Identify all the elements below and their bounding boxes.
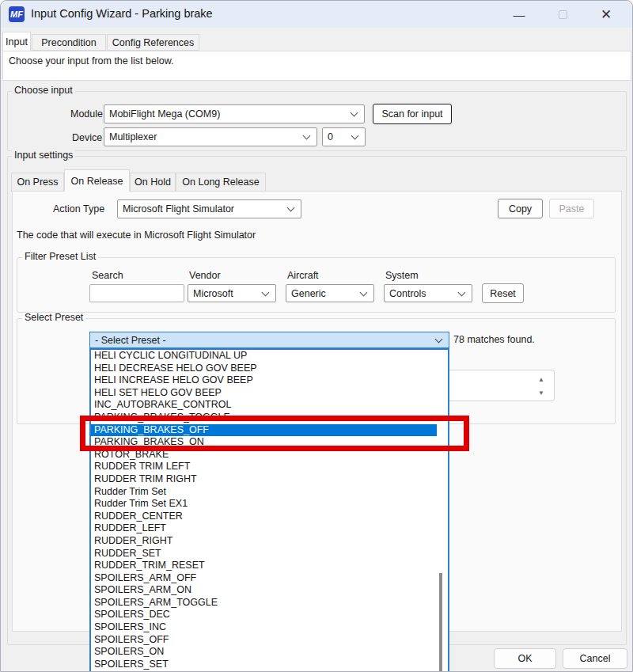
preset-item[interactable]: SPOILERS_ARM_OFF	[91, 572, 437, 585]
preset-item[interactable]: SPOILERS_ON	[91, 646, 437, 659]
preset-item[interactable]: Rudder Trim Set EX1	[91, 498, 437, 511]
spinner-up-icon[interactable]: ▲	[535, 373, 548, 385]
tab-on-hold[interactable]: On Hold	[130, 173, 176, 192]
preset-item[interactable]: HELI SET HELO GOV BEEP	[91, 387, 437, 400]
preset-item[interactable]: HELI DECREASE HELO GOV BEEP	[91, 363, 437, 375]
spinner-down-icon[interactable]: ▼	[535, 386, 548, 399]
device-combobox[interactable]: Multiplexer	[104, 127, 317, 146]
search-input[interactable]	[89, 284, 184, 302]
preset-item[interactable]: SPOILERS_SET	[91, 659, 437, 671]
minimize-icon: —	[514, 8, 525, 21]
system-label: System	[385, 270, 419, 281]
select-preset-legend: Select Preset	[22, 313, 85, 323]
preset-item[interactable]: RUDDER_SET	[91, 548, 437, 560]
device-value: Multiplexer	[109, 131, 157, 142]
preset-item[interactable]: RUDDER TRIM LEFT	[91, 461, 437, 473]
aircraft-label: Aircraft	[287, 270, 319, 281]
module-combobox[interactable]: MobiFlight Mega (COM9)	[104, 104, 365, 123]
message-text: Choose your input from the list below.	[9, 55, 173, 66]
reset-button[interactable]: Reset	[482, 283, 524, 303]
tab-on-release[interactable]: On Release	[64, 169, 130, 192]
module-value: MobiFlight Mega (COM9)	[109, 108, 220, 120]
tab-precondition[interactable]: Precondition	[32, 34, 106, 51]
value-spinner[interactable]: ▲ ▼	[444, 370, 555, 401]
tab-on-press[interactable]: On Press	[11, 173, 64, 192]
paste-button[interactable]: Paste	[549, 199, 594, 218]
preset-item[interactable]: RUDDER TRIM RIGHT	[91, 473, 437, 486]
scan-for-input-button[interactable]: Scan for input	[373, 104, 452, 124]
copy-button[interactable]: Copy	[498, 199, 543, 218]
filter-preset-legend: Filter Preset List	[22, 252, 98, 262]
aircraft-value: Generic	[291, 288, 326, 299]
preset-item[interactable]: RUDDER_LEFT	[91, 522, 437, 535]
message-panel: Choose your input from the list below.	[2, 51, 631, 81]
vendor-label: Vendor	[189, 270, 221, 281]
select-preset-combobox[interactable]: - Select Preset -	[89, 332, 449, 348]
choose-input-legend: Choose input	[12, 85, 75, 96]
device-number-combobox[interactable]: 0	[322, 127, 366, 146]
system-value: Controls	[389, 288, 426, 299]
chevron-down-icon	[287, 204, 295, 212]
aircraft-combobox[interactable]: Generic	[286, 284, 374, 302]
action-type-combobox[interactable]: Microsoft Flight Simulator	[117, 199, 301, 218]
preset-item[interactable]: INC_AUTOBRAKE_CONTROL	[91, 399, 437, 412]
preset-item[interactable]: HELI CYCLIC LONGITUDINAL UP	[91, 350, 437, 363]
tab-config-references[interactable]: Config References	[107, 34, 199, 51]
mobiflight-logo-icon: MF	[9, 6, 25, 22]
maximize-icon	[559, 10, 567, 19]
scrollbar-thumb[interactable]	[439, 573, 442, 672]
matches-found-text: 78 matches found.	[453, 334, 535, 345]
module-label: Module	[70, 108, 103, 120]
preset-item[interactable]: SPOILERS_ARM_TOGGLE	[91, 597, 437, 609]
vendor-value: Microsoft	[193, 288, 233, 299]
chevron-down-icon	[435, 335, 443, 343]
chevron-down-icon	[303, 132, 311, 140]
minimize-button[interactable]: —	[503, 2, 535, 26]
input-config-wizard-window: MF Input Config Wizard - Parking brake —…	[0, 0, 633, 672]
device-number-value: 0	[328, 131, 333, 142]
chevron-down-icon	[458, 288, 466, 296]
close-icon: ✕	[601, 6, 612, 23]
preset-item[interactable]: HELI INCREASE HELO GOV BEEP	[91, 374, 437, 387]
search-label: Search	[92, 270, 123, 281]
preset-item[interactable]: SPOILERS_INC	[91, 621, 437, 634]
action-type-value: Microsoft Flight Simulator	[123, 203, 234, 215]
annotation-highlight-rectangle	[80, 416, 469, 451]
input-settings-legend: Input settings	[12, 150, 75, 161]
chevron-down-icon	[351, 132, 359, 140]
tab-on-long-release[interactable]: On Long Release	[176, 173, 266, 192]
code-description: The code that will execute in Microsoft …	[17, 230, 256, 241]
preset-item[interactable]: RUDDER_TRIM_RESET	[91, 560, 437, 572]
preset-item[interactable]: SPOILERS_OFF	[91, 634, 437, 647]
chevron-down-icon	[351, 109, 358, 117]
preset-item[interactable]: RUDDER_RIGHT	[91, 535, 437, 548]
device-label: Device	[72, 132, 102, 143]
preset-dropdown-list[interactable]: HELI CYCLIC LONGITUDINAL UPHELI DECREASE…	[89, 348, 449, 672]
preset-item[interactable]: Rudder Trim Set	[91, 486, 437, 499]
preset-item[interactable]: RUDDER_CENTER	[91, 511, 437, 523]
maximize-button[interactable]	[547, 2, 578, 26]
tab-input[interactable]: Input	[2, 32, 31, 51]
preset-item[interactable]: SPOILERS_DEC	[91, 609, 437, 621]
chevron-down-icon	[360, 288, 368, 296]
select-preset-value: - Select Preset -	[95, 335, 166, 346]
action-type-label: Action Type	[53, 203, 104, 215]
close-button[interactable]: ✕	[590, 2, 622, 26]
vendor-combobox[interactable]: Microsoft	[188, 284, 276, 302]
window-title: Input Config Wizard - Parking brake	[31, 7, 213, 20]
system-combobox[interactable]: Controls	[384, 284, 472, 302]
cancel-button[interactable]: Cancel	[563, 648, 627, 669]
ok-button[interactable]: OK	[494, 648, 556, 669]
chevron-down-icon	[262, 288, 270, 296]
preset-item[interactable]: SPOILERS_ARM_ON	[91, 584, 437, 597]
